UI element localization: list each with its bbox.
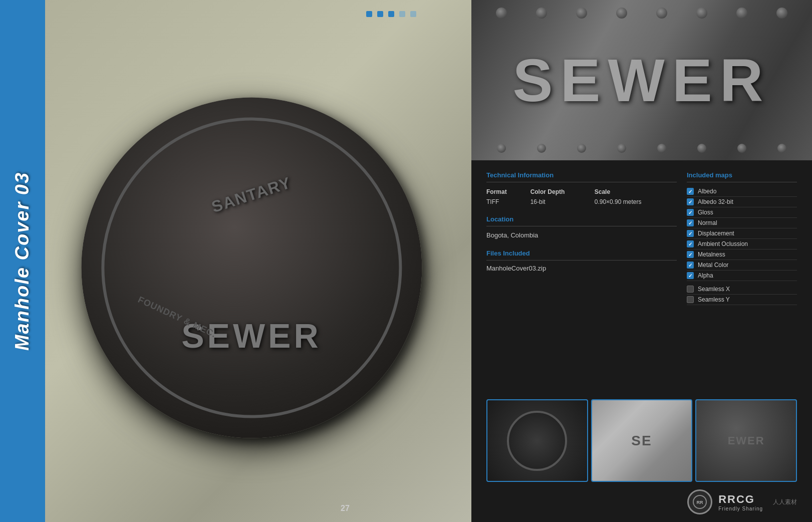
right-panel: SEWER Technical Info — [471, 0, 812, 522]
map-label-seamlessx: Seamless X — [698, 286, 730, 293]
scale-value: 0.90×0.90 meters — [595, 197, 677, 206]
format-header: Format — [486, 186, 530, 197]
map-checkbox-displacement[interactable] — [687, 230, 694, 237]
thumb-circle-inner-1 — [507, 411, 567, 471]
map-checkbox-metalcolor[interactable] — [687, 262, 694, 269]
brand-subtitle: Friendly Sharing — [718, 506, 763, 511]
map-item-ao: Ambient Oclussion — [687, 239, 797, 249]
map-label-displacement: Displacement — [698, 230, 734, 237]
map-label-gloss: Gloss — [698, 209, 713, 216]
map-item-albedo32: Albedo 32-bit — [687, 197, 797, 207]
map-label-metalcolor: Metal Color — [698, 262, 728, 269]
map-label-normal: Normal — [698, 219, 717, 226]
map-item-gloss: Gloss — [687, 207, 797, 218]
logo-text-block: RRCG Friendly Sharing — [718, 493, 763, 511]
nav-dot-3[interactable] — [388, 11, 394, 17]
files-title: Files Included — [486, 249, 677, 260]
technical-table: Format Color Depth Scale TIFF 16-bit 0.9… — [486, 186, 677, 206]
map-label-alpha: Alpha — [698, 272, 713, 279]
thumb-3-text: EWER — [728, 434, 765, 447]
maps-list: Albedo Albedo 32-bit Gloss Normal — [687, 186, 797, 305]
map-item-seamlessx: Seamless X — [687, 284, 797, 295]
map-label-ao: Ambient Oclussion — [698, 240, 748, 247]
left-sidebar: Manhole Cover 03 — [0, 0, 45, 522]
maps-title: Included maps — [687, 171, 797, 182]
thumb-2-text: SE — [631, 433, 652, 449]
bottom-studs-row — [471, 144, 812, 153]
map-item-metalness: Metalness — [687, 249, 797, 260]
files-value: ManholeCover03.zip — [486, 265, 677, 272]
top-studs-row — [471, 8, 812, 19]
logo-circle: RR — [687, 489, 712, 514]
map-label-seamlessy: Seamless Y — [698, 296, 730, 303]
map-checkbox-ao[interactable] — [687, 240, 694, 247]
map-checkbox-seamlessy[interactable] — [687, 296, 694, 303]
map-item-alpha: Alpha — [687, 271, 797, 281]
scale-header: Scale — [595, 186, 677, 197]
map-item-metalcolor: Metal Color — [687, 260, 797, 271]
nav-dot-2[interactable] — [377, 11, 383, 17]
map-item-seamlessy: Seamless Y — [687, 295, 797, 305]
technical-title: Technical Information — [486, 171, 677, 182]
manhole-studs — [104, 121, 399, 415]
page-number: 27 — [341, 504, 350, 513]
location-value: Bogota, Colombia — [486, 230, 677, 240]
map-item-normal: Normal — [687, 218, 797, 228]
footer-area: RR RRCG Friendly Sharing 人人素材 — [471, 487, 812, 522]
technical-section: Technical Information Format Color Depth… — [486, 171, 677, 206]
map-checkbox-metalness[interactable] — [687, 251, 694, 258]
thumbnail-2[interactable]: SE — [591, 399, 693, 482]
page-container: Manhole Cover 03 SEWER SANTARY FOUN — [0, 0, 812, 522]
manhole-inner-ring: SEWER SANTARY FOUNDRY & MEC. — [101, 118, 402, 418]
nav-dot-4[interactable] — [399, 11, 405, 17]
map-item-displacement: Displacement — [687, 228, 797, 239]
location-title: Location — [486, 215, 677, 226]
nav-dot-1[interactable] — [366, 11, 372, 17]
sewer-closeup-text: SEWER — [512, 46, 770, 115]
map-label-albedo: Albedo — [698, 188, 716, 195]
map-item-albedo: Albedo — [687, 186, 797, 197]
info-left-column: Technical Information Format Color Depth… — [486, 171, 677, 383]
manhole-cover-photo: SEWER SANTARY FOUNDRY & MEC. — [81, 98, 422, 438]
thumb-circle-1 — [487, 400, 587, 481]
thumbnail-1[interactable] — [486, 399, 588, 482]
thumbnail-3[interactable]: EWER — [695, 399, 797, 482]
map-checkbox-seamlessx[interactable] — [687, 286, 694, 293]
nav-dots — [366, 11, 416, 17]
map-checkbox-normal[interactable] — [687, 219, 694, 226]
main-content: SEWER SANTARY FOUNDRY & MEC. — [45, 0, 471, 522]
logo-icon: RR — [692, 494, 707, 509]
info-right-column: Included maps Albedo Albedo 32-bit Gloss — [687, 171, 797, 383]
sewer-closeup: SEWER — [471, 0, 812, 160]
color-depth-value: 16-bit — [530, 197, 595, 206]
brand-name: RRCG — [718, 493, 763, 506]
location-section: Location Bogota, Colombia — [486, 215, 677, 240]
map-checkbox-albedo32[interactable] — [687, 198, 694, 205]
thumbnail-row: SE EWER — [471, 394, 812, 487]
sidebar-title: Manhole Cover 03 — [12, 171, 34, 350]
watermark-text: 人人素材 — [773, 498, 797, 506]
files-section: Files Included ManholeCover03.zip — [486, 249, 677, 272]
color-depth-header: Color Depth — [530, 186, 595, 197]
nav-dot-5[interactable] — [410, 11, 416, 17]
manhole-outer-ring: SEWER SANTARY FOUNDRY & MEC. — [81, 98, 422, 438]
map-checkbox-gloss[interactable] — [687, 209, 694, 216]
map-label-metalness: Metalness — [698, 251, 725, 258]
svg-text:RR: RR — [697, 500, 703, 505]
map-label-albedo32: Albedo 32-bit — [698, 198, 733, 205]
sewer-text: SEWER — [181, 316, 321, 355]
map-checkbox-albedo[interactable] — [687, 188, 694, 195]
top-closeup-image: SEWER — [471, 0, 812, 160]
info-panel: Technical Information Format Color Depth… — [471, 160, 812, 394]
map-checkbox-alpha[interactable] — [687, 272, 694, 279]
format-value: TIFF — [486, 197, 530, 206]
